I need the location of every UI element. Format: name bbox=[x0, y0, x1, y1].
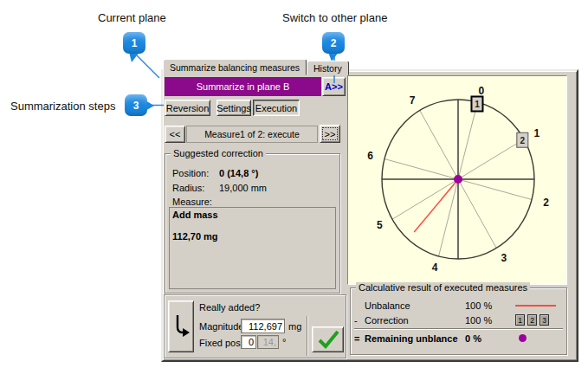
callout-3[interactable]: 3 bbox=[125, 94, 147, 116]
magnitude-unit: mg bbox=[288, 321, 301, 332]
polar-chart-area: 0123456712 bbox=[347, 75, 567, 285]
svg-text:1: 1 bbox=[533, 127, 540, 139]
previous-measure-button[interactable]: << bbox=[165, 126, 185, 143]
radius-label: Radius: bbox=[172, 183, 204, 193]
next-measure-button[interactable]: >> bbox=[320, 125, 340, 143]
measure-label: Measure: bbox=[172, 197, 212, 207]
step-settings-button[interactable]: Settings bbox=[216, 100, 251, 116]
annotation-switch-plane: Switch to other plane bbox=[282, 11, 387, 24]
step-execution-button[interactable]: Execution bbox=[253, 100, 300, 116]
tab-bar: Summarize balancing measures History bbox=[163, 59, 349, 75]
plane-banner: Summarize in plane B bbox=[165, 77, 321, 96]
apply-correction-button[interactable] bbox=[168, 300, 194, 352]
svg-text:6: 6 bbox=[367, 150, 373, 162]
svg-text:0: 0 bbox=[478, 85, 484, 97]
really-added-question: Really added? bbox=[199, 302, 260, 313]
fixed-position-label: Fixed positio bbox=[199, 338, 241, 348]
step-reversion-button[interactable]: Reversion bbox=[165, 100, 210, 116]
radius-value: 19,000 mm bbox=[219, 183, 267, 193]
measure-action: Add mass bbox=[172, 210, 333, 220]
correction-marker-3: 3 bbox=[540, 314, 549, 326]
correction-marker-1: 1 bbox=[515, 314, 525, 326]
calc-result-title: Calculative result of executed measures bbox=[356, 282, 530, 293]
check-icon bbox=[316, 329, 340, 350]
polar-chart-svg: 0123456712 bbox=[348, 76, 565, 282]
measure-text-box: Add mass 112,70 mg bbox=[169, 207, 336, 289]
calc-divider bbox=[354, 328, 563, 330]
calc-label: Unbalance bbox=[365, 300, 465, 311]
svg-text:5: 5 bbox=[377, 219, 383, 231]
app-window: Summarize balancing measures History Sum… bbox=[161, 59, 578, 362]
svg-text:4: 4 bbox=[432, 261, 438, 274]
fixed-position-unit: ° bbox=[282, 337, 286, 347]
tab-summarize-balancing-measures[interactable]: Summarize balancing measures bbox=[163, 59, 307, 75]
correction-marker-2: 2 bbox=[527, 314, 537, 326]
calc-row-correction: - Correction 100 % 1 2 3 bbox=[354, 313, 565, 327]
position-value: 0 (14,8 °) bbox=[219, 168, 258, 178]
svg-text:3: 3 bbox=[501, 252, 507, 264]
callout-1-number: 1 bbox=[132, 37, 138, 49]
callout-2-number: 2 bbox=[331, 37, 337, 49]
calc-prefix: - bbox=[354, 315, 365, 326]
fixed-position-secondary-input bbox=[257, 335, 279, 349]
measure-amount: 112,70 mg bbox=[172, 231, 333, 242]
calc-value: 0 % bbox=[465, 333, 507, 344]
client-area: Summarize in plane B A>> Reversion Setti… bbox=[161, 69, 578, 362]
calc-row-remaining: = Remaining unblance 0 % bbox=[354, 331, 565, 345]
magnitude-label: Magnitude bbox=[199, 321, 243, 332]
suggested-correction-title: Suggested correction bbox=[171, 148, 266, 158]
callout-2[interactable]: 2 bbox=[322, 32, 345, 54]
position-label: Position: bbox=[172, 168, 209, 178]
calc-label: Correction bbox=[365, 315, 465, 326]
tab-history[interactable]: History bbox=[307, 61, 349, 75]
calc-row-unbalance: Unbalance 100 % bbox=[354, 298, 565, 313]
svg-text:1: 1 bbox=[475, 100, 480, 109]
confirm-button[interactable] bbox=[312, 326, 344, 352]
calc-result-rows: Unbalance 100 % - Correction 100 % 1 2 3 bbox=[354, 298, 565, 345]
calc-value: 100 % bbox=[465, 315, 507, 326]
calc-prefix: = bbox=[354, 333, 365, 344]
switch-plane-button[interactable]: A>> bbox=[322, 77, 346, 96]
panel-divider bbox=[307, 316, 308, 356]
callout-1[interactable]: 1 bbox=[123, 32, 145, 54]
fixed-position-input[interactable] bbox=[241, 335, 256, 349]
remaining-unbalance-dot-symbol bbox=[519, 334, 527, 342]
page: Current plane Switch to other plane Summ… bbox=[0, 0, 588, 368]
suggested-correction-group: Suggested correction Position: 0 (14,8 °… bbox=[165, 153, 340, 294]
annotation-summarization-steps: Summarization steps bbox=[10, 100, 115, 113]
callout-3-number: 3 bbox=[133, 100, 139, 112]
really-added-panel: Really added? Magnitude mg Fixed positio… bbox=[164, 294, 346, 358]
measure-nav-label: Measure1 of 2: execute bbox=[186, 126, 318, 143]
svg-text:2: 2 bbox=[543, 197, 549, 209]
annotation-current-plane: Current plane bbox=[98, 11, 166, 24]
svg-text:7: 7 bbox=[410, 94, 416, 107]
magnitude-input[interactable] bbox=[241, 319, 285, 333]
down-right-arrow-icon bbox=[170, 313, 192, 339]
unbalance-line-symbol bbox=[515, 305, 556, 307]
calc-label: Remaining unblance bbox=[365, 333, 465, 344]
svg-text:2: 2 bbox=[520, 136, 526, 145]
calc-value: 100 % bbox=[465, 300, 507, 311]
calc-result-group: Calculative result of executed measures … bbox=[350, 287, 567, 355]
